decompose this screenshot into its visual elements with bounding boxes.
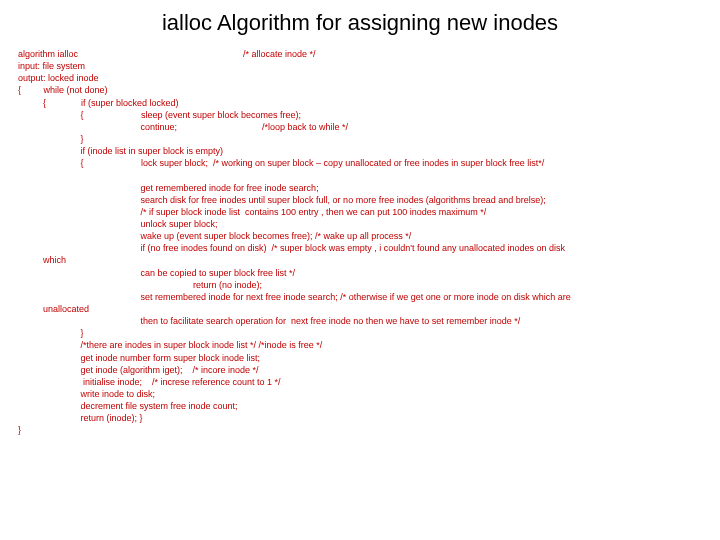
page-title: ialloc Algorithm for assigning new inode… (0, 0, 720, 48)
pseudocode-block: algorithm ialloc /* allocate inode */ in… (0, 48, 720, 437)
